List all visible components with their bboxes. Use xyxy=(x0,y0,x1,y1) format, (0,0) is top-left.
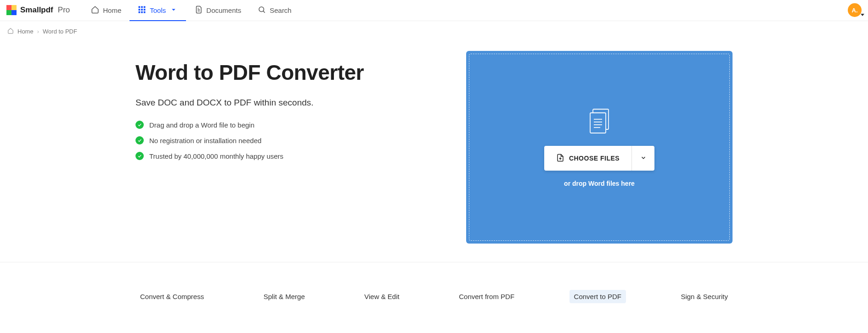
breadcrumb-separator: › xyxy=(37,28,39,35)
file-upload-icon xyxy=(556,154,564,163)
nav-search-label: Search xyxy=(270,6,292,14)
check-icon xyxy=(135,152,144,160)
home-icon xyxy=(7,28,14,35)
category-tabs: Convert & CompressSplit & MergeView & Ed… xyxy=(126,290,742,303)
chevron-down-icon xyxy=(640,155,647,162)
svg-rect-2 xyxy=(6,10,11,15)
category-tab[interactable]: Split & Merge xyxy=(259,290,310,303)
brand-name: Smallpdf xyxy=(20,6,53,15)
category-tab[interactable]: Sign & Security xyxy=(676,290,733,303)
check-icon xyxy=(135,136,144,144)
category-tab[interactable]: View & Edit xyxy=(360,290,404,303)
documents-icon xyxy=(194,6,203,15)
brand-logo-icon xyxy=(6,5,17,15)
breadcrumb-home[interactable]: Home xyxy=(17,28,34,35)
breadcrumb-current: Word to PDF xyxy=(43,28,77,35)
choose-files-button[interactable]: CHOOSE FILES xyxy=(544,146,631,171)
svg-rect-0 xyxy=(6,5,11,10)
brand[interactable]: Smallpdf Pro xyxy=(6,5,70,15)
svg-rect-3 xyxy=(11,10,17,15)
svg-rect-16 xyxy=(590,113,606,133)
grid-icon xyxy=(138,6,146,15)
feature-text: No registration or installation needed xyxy=(149,137,261,144)
chevron-down-icon xyxy=(169,6,178,15)
svg-rect-7 xyxy=(139,9,141,11)
top-nav: Smallpdf Pro Home Tools Documents xyxy=(0,0,868,21)
document-stack-icon xyxy=(586,107,612,137)
nav-search[interactable]: Search xyxy=(249,0,300,21)
svg-rect-10 xyxy=(139,11,141,13)
svg-rect-4 xyxy=(139,6,141,8)
nav-tools-label: Tools xyxy=(150,6,166,14)
brand-tier: Pro xyxy=(58,6,70,15)
dropzone-inner: CHOOSE FILES or drop Word files here xyxy=(469,54,730,241)
choose-files-more-button[interactable] xyxy=(631,146,654,171)
check-icon xyxy=(135,121,144,129)
svg-rect-9 xyxy=(144,9,146,11)
svg-rect-11 xyxy=(141,11,143,13)
svg-rect-5 xyxy=(141,6,143,8)
page-title: Word to PDF Converter xyxy=(135,60,439,85)
nav-home-label: Home xyxy=(103,6,121,14)
list-item: Drag and drop a Word file to begin xyxy=(135,121,439,129)
category-tab[interactable]: Convert from PDF xyxy=(454,290,519,303)
svg-rect-1 xyxy=(11,5,17,10)
main-content: Word to PDF Converter Save DOC and DOCX … xyxy=(126,51,742,262)
list-item: Trusted by 40,000,000 monthly happy user… xyxy=(135,152,439,160)
nav-documents-label: Documents xyxy=(206,6,241,14)
svg-rect-12 xyxy=(144,11,146,13)
avatar[interactable]: A. xyxy=(848,3,862,17)
category-tab[interactable]: Convert & Compress xyxy=(135,290,209,303)
feature-text: Drag and drop a Word file to begin xyxy=(149,121,254,129)
page-subtitle: Save DOC and DOCX to PDF within seconds. xyxy=(135,98,439,108)
file-dropzone[interactable]: CHOOSE FILES or drop Word files here xyxy=(466,51,733,244)
choose-files-label: CHOOSE FILES xyxy=(569,155,620,162)
nav-home[interactable]: Home xyxy=(83,0,130,21)
svg-point-13 xyxy=(259,7,264,12)
home-icon xyxy=(91,6,99,15)
list-item: No registration or installation needed xyxy=(135,136,439,144)
categories-section: Convert & CompressSplit & MergeView & Ed… xyxy=(0,262,868,303)
category-tab[interactable]: Convert to PDF xyxy=(569,290,626,303)
search-icon xyxy=(258,6,266,15)
choose-files-group: CHOOSE FILES xyxy=(544,146,654,171)
nav-documents[interactable]: Documents xyxy=(186,0,249,21)
dropzone-hint: or drop Word files here xyxy=(564,180,635,187)
nav-tools[interactable]: Tools xyxy=(130,0,186,21)
feature-list: Drag and drop a Word file to begin No re… xyxy=(135,121,439,160)
svg-line-14 xyxy=(264,11,265,12)
nav-links: Home Tools Documents Search xyxy=(83,0,299,21)
hero-text: Word to PDF Converter Save DOC and DOCX … xyxy=(135,51,439,244)
avatar-initial: A. xyxy=(852,7,858,14)
svg-rect-6 xyxy=(144,6,146,8)
svg-rect-8 xyxy=(141,9,143,11)
feature-text: Trusted by 40,000,000 monthly happy user… xyxy=(149,152,283,160)
breadcrumb: Home › Word to PDF xyxy=(0,21,868,42)
